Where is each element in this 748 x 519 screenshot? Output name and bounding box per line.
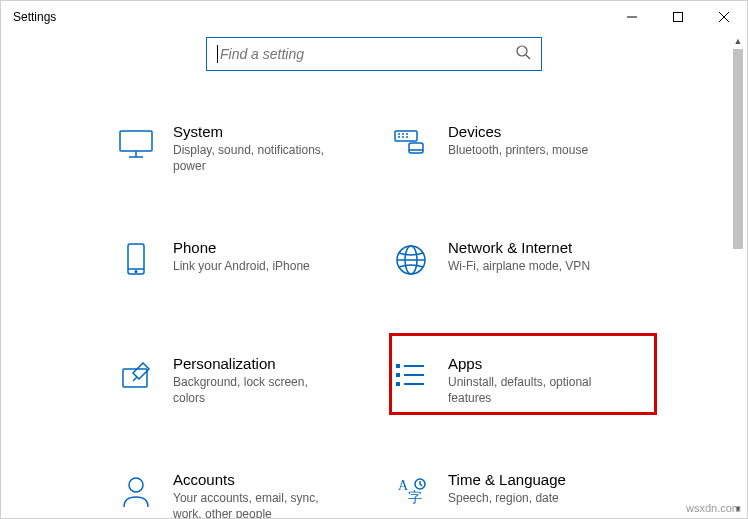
vertical-scrollbar[interactable]: ▲ ▼ (730, 33, 746, 517)
category-network[interactable]: Network & Internet Wi-Fi, airplane mode,… (392, 235, 647, 305)
svg-rect-9 (395, 131, 417, 141)
watermark-text: wsxdn.com (686, 502, 741, 514)
phone-icon (117, 241, 155, 279)
settings-categories: System Display, sound, notifications, po… (1, 119, 747, 519)
search-box[interactable] (206, 37, 542, 71)
category-desc: Link your Android, iPhone (173, 258, 343, 274)
category-title: Phone (173, 239, 366, 256)
svg-line-5 (526, 55, 530, 59)
svg-line-37 (420, 484, 422, 486)
close-button[interactable] (701, 1, 747, 33)
svg-rect-26 (396, 364, 400, 368)
category-time-language[interactable]: A 字 Time & Language Speech, region, date (392, 467, 647, 519)
minimize-button[interactable] (609, 1, 655, 33)
svg-rect-27 (396, 373, 400, 377)
svg-rect-6 (120, 131, 152, 151)
apps-list-icon (392, 357, 430, 395)
category-phone[interactable]: Phone Link your Android, iPhone (117, 235, 372, 305)
text-caret (217, 45, 218, 63)
search-input[interactable] (220, 46, 515, 62)
language-icon: A 字 (392, 473, 430, 511)
category-accounts[interactable]: Accounts Your accounts, email, sync, wor… (117, 467, 372, 519)
globe-icon (392, 241, 430, 279)
category-title: Time & Language (448, 471, 641, 488)
category-apps[interactable]: Apps Uninstall, defaults, optional featu… (392, 351, 647, 421)
svg-rect-1 (674, 13, 683, 22)
person-icon (117, 473, 155, 511)
category-system[interactable]: System Display, sound, notifications, po… (117, 119, 372, 189)
svg-rect-28 (396, 382, 400, 386)
search-icon (515, 44, 531, 64)
category-desc: Speech, region, date (448, 490, 618, 506)
category-title: Devices (448, 123, 641, 140)
devices-icon (392, 125, 430, 163)
maximize-button[interactable] (655, 1, 701, 33)
window-titlebar: Settings (1, 1, 747, 33)
category-title: Personalization (173, 355, 366, 372)
category-desc: Wi-Fi, airplane mode, VPN (448, 258, 618, 274)
category-title: Network & Internet (448, 239, 641, 256)
svg-line-25 (133, 377, 137, 381)
category-desc: Background, lock screen, colors (173, 374, 343, 406)
svg-point-20 (135, 271, 137, 273)
scroll-thumb[interactable] (733, 49, 743, 249)
category-desc: Uninstall, defaults, optional features (448, 374, 618, 406)
category-title: System (173, 123, 366, 140)
scroll-up-arrow-icon[interactable]: ▲ (730, 33, 746, 49)
svg-point-32 (129, 478, 143, 492)
category-title: Apps (448, 355, 641, 372)
display-icon (117, 125, 155, 163)
category-title: Accounts (173, 471, 366, 488)
window-title: Settings (13, 10, 56, 24)
svg-text:字: 字 (408, 490, 422, 505)
search-container (1, 37, 747, 71)
category-desc: Your accounts, email, sync, work, other … (173, 490, 343, 519)
category-desc: Display, sound, notifications, power (173, 142, 343, 174)
paint-icon (117, 357, 155, 395)
scroll-track[interactable] (730, 49, 746, 501)
svg-rect-16 (409, 143, 423, 153)
category-devices[interactable]: Devices Bluetooth, printers, mouse (392, 119, 647, 189)
svg-point-4 (517, 46, 527, 56)
category-personalization[interactable]: Personalization Background, lock screen,… (117, 351, 372, 421)
category-desc: Bluetooth, printers, mouse (448, 142, 618, 158)
